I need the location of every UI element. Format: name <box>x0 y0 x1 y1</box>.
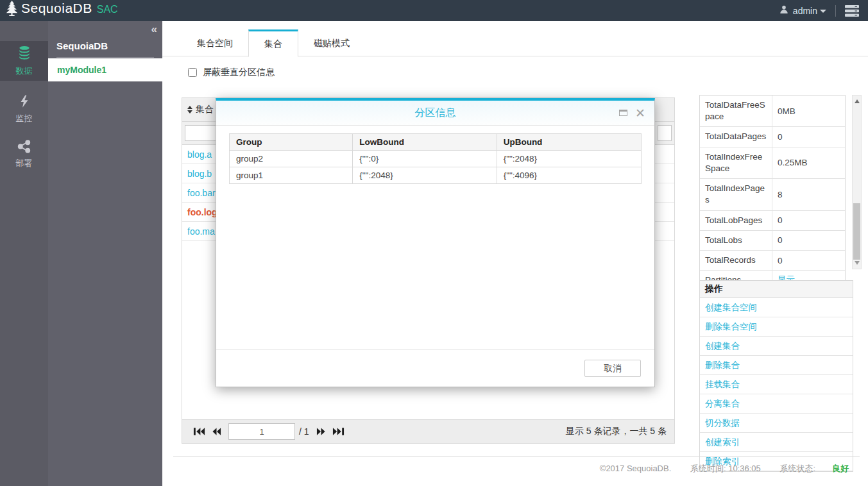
sidebar-item-module[interactable]: myModule1 <box>48 58 162 81</box>
cancel-button[interactable]: 取消 <box>584 360 641 377</box>
tab-tile-mode[interactable]: 磁贴模式 <box>298 29 365 57</box>
system-status-label: 系统状态: <box>779 464 815 473</box>
stat-label: TotalRecords <box>700 251 772 270</box>
stat-value[interactable]: 0MB <box>772 96 845 126</box>
table-row: group2 {"":0} {"":2048} <box>230 151 641 167</box>
column-title: 集合 <box>196 104 214 115</box>
prev-page-button[interactable] <box>212 427 221 436</box>
collection-link[interactable]: blog.b <box>187 169 212 179</box>
tab-label: 磁贴模式 <box>314 38 350 49</box>
tabbar: 集合空间 集合 磁贴模式 <box>162 29 868 56</box>
user-icon <box>779 4 789 17</box>
dialog-footer: 取消 <box>216 349 654 387</box>
last-page-button[interactable] <box>332 427 345 436</box>
collection-link[interactable]: foo.log <box>187 207 217 217</box>
table-row: TotalIndexFreeSpace 0.25MB <box>700 147 845 179</box>
rail-item-monitor[interactable]: 监控 <box>0 89 48 129</box>
vertical-partition-filter: 屏蔽垂直分区信息 <box>188 67 275 78</box>
rail-item-label: 监控 <box>16 113 33 124</box>
rail-item-label: 部署 <box>16 158 33 169</box>
app-title: SequoiaDB <box>21 1 92 16</box>
stat-value[interactable]: 0 <box>772 251 845 270</box>
server-list-icon[interactable] <box>845 5 859 17</box>
operation-link[interactable]: 删除集合空间 <box>705 322 757 331</box>
user-menu[interactable]: admin <box>779 4 826 17</box>
stat-label: TotalDataPages <box>700 127 772 146</box>
table-row: TotalRecords 0 <box>700 251 845 271</box>
operation-link[interactable]: 分离集合 <box>705 399 740 408</box>
chevron-down-icon <box>820 10 826 13</box>
partition-info-dialog: 分区信息 ✕ Group LowBound UpBound group2 {""… <box>216 98 655 387</box>
divider <box>835 5 836 17</box>
tab-label: 集合 <box>264 38 282 50</box>
divider <box>56 57 154 58</box>
stat-value[interactable]: 0 <box>772 231 845 250</box>
topbar: SequoiaDB SAC admin <box>0 0 868 21</box>
operation-link[interactable]: 创建索引 <box>705 437 740 447</box>
operation-link[interactable]: 切分数据 <box>705 418 740 428</box>
rail-item-deploy[interactable]: 部署 <box>0 134 48 174</box>
stat-value[interactable]: 8 <box>772 179 845 210</box>
table-header-row: Group LowBound UpBound <box>230 134 641 151</box>
copyright: ©2017 SequoiaDB. <box>600 464 672 473</box>
close-icon[interactable]: ✕ <box>635 107 645 119</box>
first-page-button[interactable] <box>193 427 205 436</box>
tab-collection-space[interactable]: 集合空间 <box>182 29 248 57</box>
list-item: 删除集合空间 <box>700 317 853 337</box>
operation-link[interactable]: 创建集合 <box>705 341 740 351</box>
stat-label: TotalLobs <box>700 231 772 250</box>
collection-link[interactable]: foo.bar <box>187 188 216 198</box>
rail-item-label: 数据 <box>16 65 33 77</box>
list-item: 删除集合 <box>700 356 853 375</box>
table-row: TotalIndexPages 8 <box>700 179 845 210</box>
stat-label: TotalLobPages <box>700 211 772 230</box>
collapse-sidebar-icon[interactable]: « <box>151 23 157 36</box>
stats-panel: TotalDataFreeSpace 0MB TotalDataPages 0 … <box>699 95 862 269</box>
logo: SequoiaDB SAC <box>4 1 118 21</box>
collection-link[interactable]: blog.a <box>187 149 212 160</box>
operations-header: 操作 <box>700 281 853 298</box>
stat-label: TotalDataFreeSpace <box>700 96 772 126</box>
page-number-input[interactable] <box>228 423 295 440</box>
tab-label: 集合空间 <box>197 38 233 49</box>
tab-collection[interactable]: 集合 <box>248 29 298 57</box>
list-item: 创建集合空间 <box>700 298 853 317</box>
stat-value[interactable]: 0 <box>772 127 845 146</box>
cell-upbound: {"":2048} <box>497 151 641 167</box>
column-header: LowBound <box>353 134 497 151</box>
sort-icon <box>187 106 192 113</box>
cell-group: group2 <box>230 151 353 167</box>
list-item: 创建索引 <box>700 433 853 452</box>
record-count-summary: 显示 5 条记录，一共 5 条 <box>566 426 667 437</box>
stat-value[interactable]: 0 <box>772 211 845 230</box>
share-icon <box>17 139 31 156</box>
dialog-header: 分区信息 ✕ <box>216 101 654 126</box>
checkbox-label[interactable]: 屏蔽垂直分区信息 <box>203 67 275 78</box>
list-item: 挂载集合 <box>700 375 853 394</box>
scroll-up-icon[interactable] <box>853 97 861 106</box>
collection-filter-input-2[interactable] <box>658 125 672 141</box>
scrollbar-thumb[interactable] <box>853 203 860 260</box>
next-page-button[interactable] <box>316 427 326 436</box>
stats-scrollbar[interactable] <box>852 95 862 269</box>
rail-item-data[interactable]: 数据 <box>0 41 48 81</box>
pagination-bar: / 1 显示 5 条记录，一共 5 条 <box>182 419 674 443</box>
operation-link[interactable]: 创建集合空间 <box>705 303 757 312</box>
operation-link[interactable]: 挂载集合 <box>705 380 740 389</box>
stat-value[interactable]: 0.25MB <box>772 147 845 178</box>
system-time: 系统时间: 10:36:05 <box>690 464 761 473</box>
cell-group: group1 <box>230 167 353 184</box>
module-name: myModule1 <box>57 65 106 75</box>
stat-label: TotalIndexPages <box>700 179 772 210</box>
collection-link[interactable]: foo.ma <box>187 226 215 237</box>
stats-table: TotalDataFreeSpace 0MB TotalDataPages 0 … <box>699 95 846 291</box>
operation-link[interactable]: 删除集合 <box>705 360 740 370</box>
table-row: TotalDataFreeSpace 0MB <box>700 96 845 127</box>
scroll-down-icon[interactable] <box>853 258 861 267</box>
table-row: TotalDataPages 0 <box>700 127 845 147</box>
column-header: Group <box>230 134 353 151</box>
table-row: group1 {"":2048} {"":4096} <box>230 167 641 184</box>
sequoia-tree-icon <box>4 1 20 21</box>
maximize-icon[interactable] <box>619 110 627 116</box>
hide-vertical-partition-checkbox[interactable] <box>188 68 197 77</box>
